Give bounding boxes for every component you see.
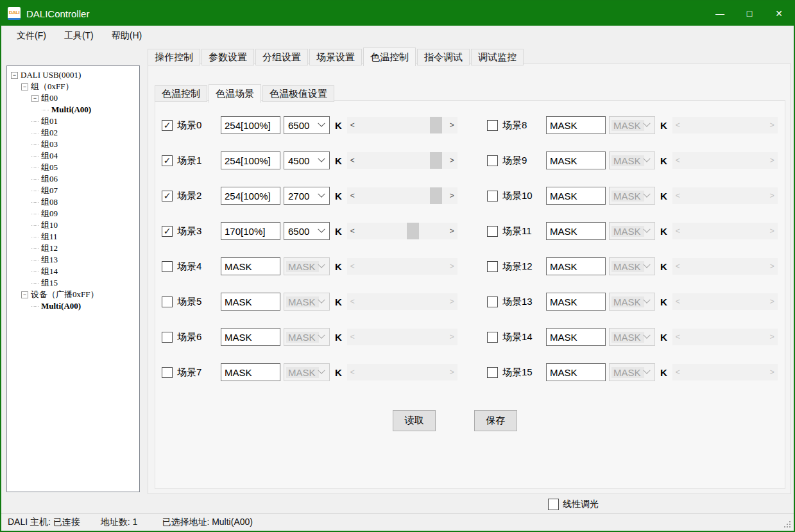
- scroll-right-icon[interactable]: >: [767, 329, 778, 345]
- tree-expander-icon[interactable]: −: [11, 72, 18, 79]
- read-button[interactable]: 读取: [393, 410, 436, 431]
- temp-scrollbar[interactable]: < >: [347, 117, 457, 133]
- scroll-right-icon[interactable]: >: [447, 223, 457, 239]
- temp-scrollbar[interactable]: < >: [347, 364, 457, 381]
- scene-checkbox[interactable]: [487, 261, 498, 272]
- temp-scrollbar[interactable]: < >: [347, 223, 457, 239]
- scene-level-input[interactable]: [221, 328, 280, 346]
- tree-expander-icon[interactable]: −: [31, 248, 38, 249]
- scroll-right-icon[interactable]: >: [767, 258, 778, 275]
- scene-checkbox[interactable]: ✓: [162, 120, 173, 131]
- tree-expander-icon[interactable]: −: [42, 110, 49, 110]
- scroll-left-icon[interactable]: <: [347, 223, 358, 239]
- tree-item[interactable]: − 组03: [7, 139, 139, 150]
- tree-expander-icon[interactable]: −: [31, 179, 38, 180]
- tree-item[interactable]: − Multi(A00): [7, 104, 139, 116]
- scrollbar-track[interactable]: [683, 223, 767, 239]
- scroll-left-icon[interactable]: <: [347, 258, 358, 275]
- scrollbar-track[interactable]: [683, 364, 767, 381]
- tree-expander-icon[interactable]: −: [31, 260, 38, 261]
- scene-level-input[interactable]: [546, 363, 606, 381]
- tree-item[interactable]: − 组08: [7, 196, 139, 208]
- tree-item[interactable]: − 组14: [7, 266, 139, 277]
- temp-scrollbar[interactable]: < >: [672, 117, 778, 133]
- scroll-right-icon[interactable]: >: [447, 329, 457, 345]
- tab-6[interactable]: 调试监控: [471, 49, 524, 65]
- scene-checkbox[interactable]: [487, 155, 498, 166]
- scene-checkbox[interactable]: [487, 332, 498, 343]
- tree-expander-icon[interactable]: −: [21, 83, 28, 90]
- scene-checkbox[interactable]: ✓: [162, 155, 173, 166]
- scene-level-input[interactable]: [221, 222, 280, 240]
- scroll-right-icon[interactable]: >: [447, 152, 457, 169]
- scrollbar-thumb[interactable]: [407, 223, 419, 239]
- scene-temp-dropdown[interactable]: MASK: [284, 257, 330, 275]
- tree-expander-icon[interactable]: −: [21, 291, 28, 298]
- scene-level-input[interactable]: [221, 187, 280, 205]
- scroll-right-icon[interactable]: >: [447, 258, 457, 275]
- tree-expander-icon[interactable]: −: [31, 202, 38, 203]
- scrollbar-track[interactable]: [358, 258, 447, 275]
- tree-item[interactable]: − 组15: [7, 277, 139, 289]
- temp-scrollbar[interactable]: < >: [347, 329, 457, 345]
- scrollbar-thumb[interactable]: [430, 117, 442, 133]
- scroll-left-icon[interactable]: <: [672, 293, 683, 310]
- scroll-left-icon[interactable]: <: [672, 223, 683, 239]
- tree-item[interactable]: − DALI USB(0001): [7, 69, 139, 81]
- temp-scrollbar[interactable]: < >: [672, 187, 778, 204]
- scrollbar-track[interactable]: [683, 152, 767, 169]
- scrollbar-track[interactable]: [683, 329, 767, 345]
- scroll-left-icon[interactable]: <: [672, 258, 683, 275]
- scrollbar-thumb[interactable]: [430, 152, 442, 169]
- tree-expander-icon[interactable]: −: [31, 121, 38, 122]
- tree-expander-icon[interactable]: −: [31, 237, 38, 237]
- scene-temp-dropdown[interactable]: MASK: [284, 328, 330, 346]
- scrollbar-track[interactable]: [358, 293, 447, 310]
- scene-temp-dropdown[interactable]: MASK: [609, 187, 655, 205]
- tab-1[interactable]: 色温场景: [209, 84, 261, 103]
- menu-item[interactable]: 文件(F): [8, 26, 55, 46]
- tree-expander-icon[interactable]: −: [31, 191, 38, 191]
- scene-level-input[interactable]: [221, 116, 280, 134]
- save-button[interactable]: 保存: [474, 410, 517, 431]
- tree-expander-icon[interactable]: −: [31, 167, 38, 168]
- tree-item[interactable]: − 组09: [7, 208, 139, 219]
- scroll-right-icon[interactable]: >: [767, 187, 778, 204]
- scroll-left-icon[interactable]: <: [347, 364, 358, 381]
- tree-expander-icon[interactable]: −: [31, 271, 38, 272]
- tree-item[interactable]: − 组11: [7, 231, 139, 243]
- scroll-left-icon[interactable]: <: [347, 293, 358, 310]
- scroll-left-icon[interactable]: <: [347, 117, 358, 133]
- tree-expander-icon[interactable]: −: [31, 283, 38, 284]
- scrollbar-track[interactable]: [683, 293, 767, 310]
- tree-item[interactable]: − 组13: [7, 254, 139, 266]
- resize-grip[interactable]: [789, 526, 791, 528]
- tree-expander-icon[interactable]: −: [31, 95, 38, 102]
- tree-item[interactable]: − 组00: [7, 92, 139, 104]
- scroll-left-icon[interactable]: <: [347, 329, 358, 345]
- scrollbar-track[interactable]: [358, 152, 447, 169]
- scene-level-input[interactable]: [546, 328, 606, 346]
- menu-item[interactable]: 工具(T): [55, 26, 103, 46]
- tree-expander-icon[interactable]: −: [31, 133, 38, 133]
- scene-checkbox[interactable]: ✓: [162, 191, 173, 202]
- tree-item[interactable]: − 组01: [7, 116, 139, 127]
- temp-scrollbar[interactable]: < >: [347, 293, 457, 310]
- scrollbar-track[interactable]: [358, 364, 447, 381]
- scene-checkbox[interactable]: [487, 296, 498, 307]
- close-button[interactable]: ✕: [764, 1, 794, 26]
- tab-0[interactable]: 色温控制: [155, 85, 207, 102]
- scrollbar-track[interactable]: [683, 187, 767, 204]
- tree-item[interactable]: − 组10: [7, 219, 139, 231]
- scene-temp-dropdown[interactable]: MASK: [609, 151, 655, 169]
- tree-item[interactable]: − Multi(A00): [7, 300, 139, 312]
- scene-temp-dropdown[interactable]: MASK: [609, 328, 655, 346]
- tree-item[interactable]: − 组06: [7, 173, 139, 185]
- scroll-right-icon[interactable]: >: [767, 293, 778, 310]
- scroll-right-icon[interactable]: >: [767, 152, 778, 169]
- scene-level-input[interactable]: [221, 257, 280, 275]
- tree-expander-icon[interactable]: −: [31, 156, 38, 157]
- scene-temp-dropdown[interactable]: MASK: [609, 116, 655, 134]
- scroll-right-icon[interactable]: >: [447, 187, 457, 204]
- scrollbar-track[interactable]: [683, 117, 767, 133]
